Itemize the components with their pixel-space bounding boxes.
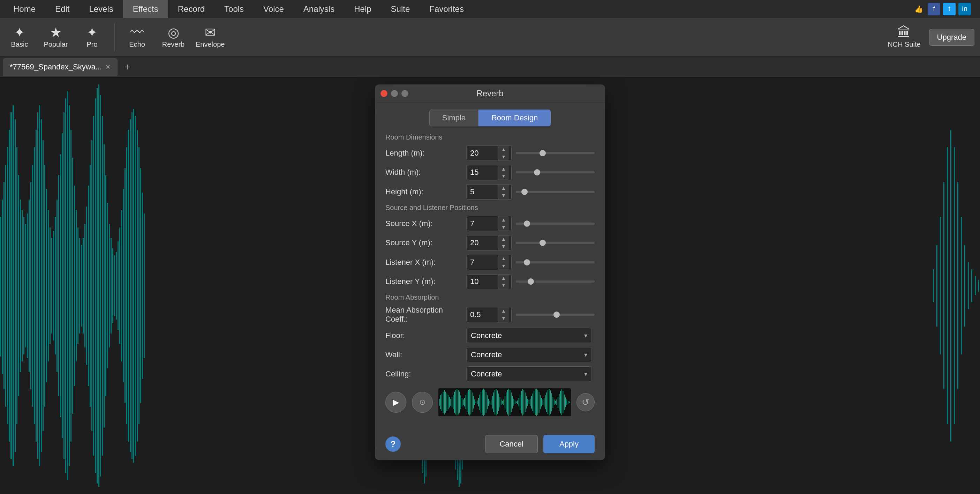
help-button[interactable]: ? xyxy=(385,437,401,452)
coeff-slider[interactable] xyxy=(516,314,595,316)
source-x-slider-thumb[interactable] xyxy=(524,220,530,227)
tab-title: *77569_Spandex_Skywa... xyxy=(10,62,102,72)
listener-x-slider[interactable] xyxy=(516,261,595,263)
height-up[interactable]: ▲ xyxy=(498,185,509,192)
length-slider[interactable] xyxy=(516,152,595,154)
coeff-input[interactable] xyxy=(467,308,498,321)
svg-rect-261 xyxy=(565,397,566,407)
height-slider-thumb[interactable] xyxy=(522,189,528,195)
source-x-down[interactable]: ▼ xyxy=(498,224,509,231)
height-label: Height (m): xyxy=(385,187,462,196)
menu-tools[interactable]: Tools xyxy=(215,0,253,18)
upgrade-button[interactable]: Upgrade xyxy=(929,29,974,46)
source-y-slider[interactable] xyxy=(516,242,595,244)
menu-levels[interactable]: Levels xyxy=(79,0,123,18)
toolbar-pro[interactable]: ✦ Pro xyxy=(78,26,106,48)
svg-rect-190 xyxy=(476,402,476,403)
svg-rect-236 xyxy=(534,391,534,413)
coeff-up[interactable]: ▲ xyxy=(498,308,509,315)
coeff-down[interactable]: ▼ xyxy=(498,315,509,322)
width-down[interactable]: ▼ xyxy=(498,172,509,180)
preview-reset-button[interactable]: ↺ xyxy=(576,393,595,411)
menu-effects[interactable]: Effects xyxy=(123,0,168,18)
apply-button[interactable]: Apply xyxy=(543,435,595,453)
tab-add-button[interactable]: + xyxy=(121,61,134,73)
listener-x-input[interactable] xyxy=(467,256,498,269)
listener-y-slider-thumb[interactable] xyxy=(528,279,534,285)
length-up[interactable]: ▲ xyxy=(498,146,509,153)
length-input[interactable] xyxy=(467,147,498,160)
cursor-icon: ⊙ xyxy=(419,398,425,407)
menu-edit[interactable]: Edit xyxy=(45,0,79,18)
dialog-footer: ? Cancel Apply xyxy=(375,430,605,460)
simple-tab[interactable]: Simple xyxy=(429,110,479,126)
length-slider-thumb[interactable] xyxy=(539,150,546,156)
svg-rect-168 xyxy=(448,395,449,409)
like-icon[interactable]: 👍 xyxy=(912,3,925,15)
room-design-tab[interactable]: Room Design xyxy=(479,110,551,126)
height-slider[interactable] xyxy=(516,191,595,193)
width-slider-thumb[interactable] xyxy=(534,169,540,175)
facebook-icon[interactable]: f xyxy=(928,3,940,15)
height-down[interactable]: ▼ xyxy=(498,192,509,199)
listener-y-down[interactable]: ▼ xyxy=(498,282,509,289)
menu-favorites[interactable]: Favorites xyxy=(420,0,474,18)
menu-voice[interactable]: Voice xyxy=(253,0,294,18)
menu-analysis[interactable]: Analysis xyxy=(294,0,344,18)
height-input[interactable] xyxy=(467,185,498,199)
source-y-up[interactable]: ▲ xyxy=(498,236,509,243)
svg-rect-185 xyxy=(469,389,470,416)
source-x-up[interactable]: ▲ xyxy=(498,216,509,224)
width-up[interactable]: ▲ xyxy=(498,165,509,173)
toolbar-envelope[interactable]: ✉ Envelope xyxy=(196,26,224,48)
menu-home[interactable]: Home xyxy=(3,0,45,18)
source-x-input[interactable] xyxy=(467,217,498,230)
ceiling-select[interactable]: Concrete Acoustic Tile Plaster Wood xyxy=(467,367,580,381)
preview-play-button[interactable]: ▶ xyxy=(385,392,406,413)
svg-rect-204 xyxy=(493,392,494,412)
svg-rect-262 xyxy=(566,400,567,405)
preview-cursor-button[interactable]: ⊙ xyxy=(412,392,433,413)
source-x-slider[interactable] xyxy=(516,223,595,225)
listener-x-down[interactable]: ▼ xyxy=(498,262,509,270)
svg-rect-226 xyxy=(521,391,522,413)
length-down[interactable]: ▼ xyxy=(498,153,509,161)
floor-dropdown-arrow: ▾ xyxy=(580,332,592,339)
menu-suite[interactable]: Suite xyxy=(381,0,420,18)
listener-y-input[interactable] xyxy=(467,275,498,288)
svg-rect-234 xyxy=(531,396,532,408)
listener-x-input-group: ▲ ▼ xyxy=(466,255,512,270)
source-y-slider-thumb[interactable] xyxy=(539,240,546,246)
source-y-input[interactable] xyxy=(467,236,498,249)
menu-record[interactable]: Record xyxy=(168,0,215,18)
source-y-down[interactable]: ▼ xyxy=(498,243,509,250)
toolbar-basic[interactable]: ✦ Basic xyxy=(6,26,33,48)
toolbar-nch[interactable]: 🏛 NCH Suite xyxy=(888,26,920,48)
dialog-title: Reverb xyxy=(476,89,503,98)
width-slider[interactable] xyxy=(516,171,595,174)
preview-area: ▶ ⊙ xyxy=(385,388,595,416)
width-input[interactable] xyxy=(467,166,498,179)
menu-help[interactable]: Help xyxy=(344,0,381,18)
wall-select[interactable]: Concrete Wood Plaster Glass xyxy=(467,347,580,362)
floor-select[interactable]: Concrete Wood Carpet Tile xyxy=(467,328,580,343)
twitter-icon[interactable]: t xyxy=(943,3,956,15)
main-tab[interactable]: *77569_Spandex_Skywa... ✕ xyxy=(3,58,118,76)
cancel-button[interactable]: Cancel xyxy=(485,435,538,453)
toolbar-echo[interactable]: 〰 Echo xyxy=(123,26,151,48)
svg-rect-162 xyxy=(440,395,441,409)
echo-icon: 〰 xyxy=(130,26,144,39)
toolbar-reverb[interactable]: ◎ Reverb xyxy=(159,26,187,48)
coeff-slider-thumb[interactable] xyxy=(554,312,560,318)
listener-x-slider-thumb[interactable] xyxy=(524,259,530,266)
window-minimize-button[interactable] xyxy=(391,90,398,97)
window-close-button[interactable] xyxy=(380,90,387,97)
svg-rect-183 xyxy=(467,392,467,412)
listener-x-up[interactable]: ▲ xyxy=(498,255,509,262)
window-maximize-button[interactable] xyxy=(401,90,408,97)
linkedin-icon[interactable]: in xyxy=(958,3,971,15)
listener-y-up[interactable]: ▲ xyxy=(498,274,509,282)
listener-y-slider[interactable] xyxy=(516,280,595,282)
tab-close-icon[interactable]: ✕ xyxy=(105,63,111,71)
toolbar-popular[interactable]: ★ Popular xyxy=(42,26,70,48)
